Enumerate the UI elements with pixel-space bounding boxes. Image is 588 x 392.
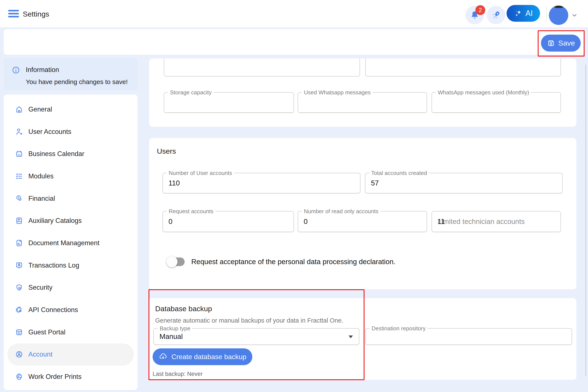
dropdown-caret-icon (348, 336, 353, 338)
select-value: Manual (160, 332, 183, 341)
sidebar-item-label: User Accounts (28, 128, 71, 136)
sidebar-item-work-order-prints[interactable]: Work Order Prints (4, 366, 138, 388)
sidebar-item-security[interactable]: Security (4, 276, 138, 299)
info-banner: Information You have pending changes to … (4, 58, 138, 90)
save-toolbar (4, 29, 584, 55)
sidebar-item-modules[interactable]: Modules (4, 165, 138, 188)
info-banner-message: You have pending changes to save! (26, 78, 128, 86)
header-divider (546, 6, 547, 21)
field-label: Total accounts created (369, 170, 429, 176)
sidebar-item-label: Guest Portal (28, 328, 65, 336)
notification-badge: 2 (476, 5, 485, 15)
cropped-field-right[interactable] (365, 58, 561, 76)
user-circle-icon (15, 350, 23, 358)
field-label: Destination repository (370, 325, 428, 332)
whats-new-button[interactable] (487, 6, 505, 24)
sidebar-item-label: Auxiliary Catalogs (28, 217, 82, 224)
field-value: 0 (168, 218, 172, 226)
ai-label: AI (526, 9, 533, 18)
account-menu-button[interactable] (571, 12, 578, 19)
chevron-down-icon (571, 12, 578, 19)
sidebar-item-business-calendar[interactable]: Business Calendar (4, 143, 138, 165)
sidebar-item-label: Security (28, 284, 52, 292)
create-database-backup-button[interactable]: Create database backup (152, 348, 252, 365)
home-icon (15, 105, 23, 114)
personal-data-toggle-knob[interactable] (166, 256, 178, 267)
document-icon (15, 239, 23, 247)
sidebar-item-financial[interactable]: $ Financial (4, 188, 138, 210)
chip-gear-icon (15, 306, 23, 314)
backup-type-select[interactable]: Backup type Manual (154, 328, 359, 345)
info-banner-title: Information (26, 66, 59, 74)
settings-page: Settings 2 AI (0, 0, 588, 392)
sidebar-item-transactions-log[interactable]: Transactions Log (4, 254, 138, 276)
sidebar-item-general[interactable]: General (4, 98, 138, 120)
save-button[interactable]: Save (541, 34, 581, 52)
cropped-field-left[interactable] (164, 58, 360, 76)
request-accounts-field[interactable]: Request accounts 0 (162, 211, 294, 232)
sidebar-item-label: Work Order Prints (28, 373, 82, 380)
svg-text:$: $ (18, 196, 20, 199)
sidebar-item-guest-portal[interactable]: Guest Portal (4, 321, 138, 344)
field-placeholder: Limited technician accounts (438, 218, 524, 226)
storage-capacity-field[interactable]: Storage capacity (164, 92, 294, 113)
read-only-accounts-field[interactable]: Number of read only accounts 0 (298, 211, 427, 232)
database-backup-card: Database backup Generate automatic or ma… (149, 298, 576, 380)
save-button-label: Save (558, 39, 575, 47)
sidebar-item-label: Financial (28, 195, 55, 202)
info-icon (12, 66, 20, 74)
field-value: 57 (371, 179, 379, 187)
settings-sidebar: General User Accounts Business Calendar … (4, 94, 138, 390)
sidebar-item-label: General (28, 106, 52, 113)
whatsapp-monthly-field[interactable]: WhatsApp messages used (Monthly) (432, 92, 561, 113)
field-label: Number of read only accounts (302, 208, 380, 215)
sidebar-item-label: Modules (28, 172, 54, 180)
sidebar-item-api-connections[interactable]: API Connections (4, 299, 138, 321)
field-label: Used Whatsapp messages (302, 89, 373, 96)
sidebar-item-label: Account (28, 350, 52, 358)
scrollbar[interactable] (585, 64, 586, 376)
field-label: Storage capacity (168, 89, 214, 96)
field-value: 110 (168, 179, 180, 187)
user-avatar[interactable] (549, 6, 568, 25)
sidebar-item-document-management[interactable]: Document Management (4, 232, 138, 254)
backup-description: Generate automatic or manual backups of … (155, 317, 343, 324)
field-value: 0 (304, 218, 308, 226)
sidebar-item-label: API Connections (28, 306, 78, 314)
book-icon (15, 217, 23, 225)
page-title: Settings (23, 10, 49, 18)
hamburger-menu-icon[interactable] (8, 10, 19, 18)
checklist-icon (15, 172, 23, 180)
last-backup-status: Last backup: Never (152, 371, 203, 378)
calendar-icon (15, 150, 23, 158)
number-of-user-accounts-field[interactable]: Number of User accounts 110 (162, 173, 360, 194)
shield-icon (15, 284, 23, 292)
users-card-title: Users (157, 147, 176, 156)
save-icon (547, 39, 555, 48)
personal-data-toggle-label: Request acceptance of the personal data … (191, 258, 396, 266)
dollar-coin-icon: $ (15, 194, 23, 203)
printer-icon (15, 373, 23, 381)
field-label: Number of User accounts (167, 170, 234, 176)
destination-repository-field[interactable]: Destination repository (365, 328, 572, 345)
user-add-icon (15, 128, 23, 136)
sidebar-item-account[interactable]: Account (7, 344, 134, 366)
rocket-icon (491, 10, 501, 20)
browser-code-icon (15, 328, 23, 336)
total-accounts-created-field[interactable]: Total accounts created 57 (365, 173, 563, 194)
account-limits-card: Storage capacity Used Whatsapp messages … (149, 58, 576, 127)
used-whatsapp-messages-field[interactable]: Used Whatsapp messages (298, 92, 427, 113)
field-label: Backup type (158, 325, 192, 332)
field-label: Request accounts (167, 208, 215, 215)
sidebar-item-label: Transactions Log (28, 262, 79, 269)
sidebar-item-user-accounts[interactable]: User Accounts (4, 120, 138, 143)
sidebar-item-auxiliary-catalogs[interactable]: Auxiliary Catalogs (4, 210, 138, 232)
field-value: 11 (438, 218, 445, 226)
cloud-download-icon (158, 352, 168, 361)
ai-assistant-button[interactable]: AI (506, 5, 540, 22)
sparkles-icon (514, 9, 523, 18)
users-card: Users Number of User accounts 110 Total … (149, 138, 576, 290)
backup-card-title: Database backup (155, 304, 212, 313)
limited-technician-accounts-field[interactable]: Limited technician accounts 11 (432, 211, 561, 232)
sidebar-item-label: Document Management (28, 239, 100, 247)
